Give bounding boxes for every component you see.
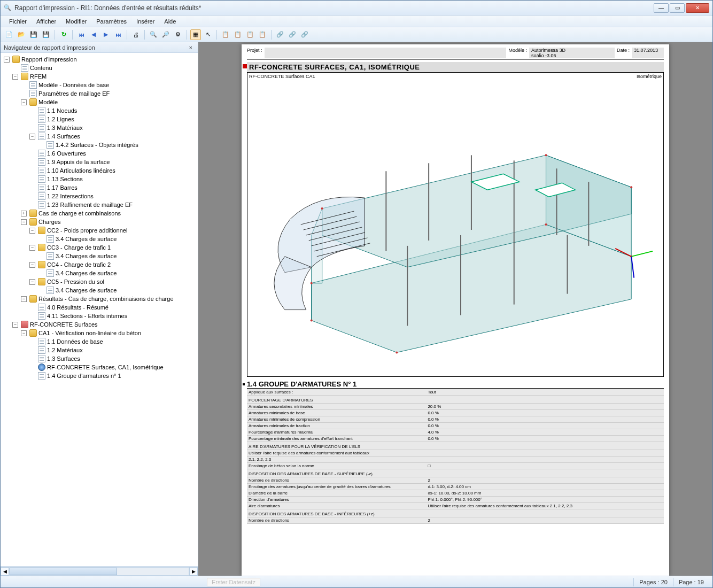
inf-heading: DISPOSITION DES ARMATURES DE BASE - INFÉ… (247, 509, 664, 517)
isometric-view: RF-CONCRETE Surfaces CA1 Isométrique (247, 72, 664, 377)
table-row: Armatures secondaires minimales20.0 % (247, 404, 664, 410)
doc3-icon[interactable]: 📋 (245, 29, 255, 40)
iso-label-right: Isométrique (637, 74, 662, 79)
table-row: Nombre de directions2 (247, 477, 664, 484)
find-icon[interactable]: 🔍 (148, 29, 159, 40)
doc4-icon[interactable]: 📋 (257, 29, 268, 40)
nav-next-icon[interactable]: ▶ (100, 29, 111, 40)
tree[interactable]: −Rapport d'impression Contenu −RFEM Modè… (1, 53, 198, 566)
table-row: Armatures minimales de base0.0 % (247, 410, 664, 416)
minimize-button[interactable]: — (654, 3, 669, 13)
tree-charges[interactable]: −Charges (20, 218, 197, 226)
tree-cc3[interactable]: −CC3 - Charge de trafic 1 (28, 243, 197, 252)
cursor-icon[interactable]: ↖ (203, 29, 213, 40)
modele-label: Modèle : (508, 48, 527, 58)
tree-appuis[interactable]: 1.9 Appuis de la surface (28, 158, 197, 166)
tree-cc2-34[interactable]: 3.4 Charges de surface (37, 235, 197, 243)
tree-modele[interactable]: −Modèle (20, 98, 197, 106)
scroll-track[interactable] (9, 567, 189, 576)
projet-value (265, 48, 507, 58)
tree-lignes[interactable]: 1.2 Lignes (28, 115, 197, 123)
tree-modele-base[interactable]: Modèle - Données de base (20, 81, 197, 89)
date-label: Date : (617, 48, 630, 58)
link2-icon[interactable]: 🔗 (287, 29, 298, 40)
tree-ouvertures[interactable]: 1.6 Ouvertures (28, 149, 197, 158)
tree-cc4[interactable]: −CC4 - Charge de trafic 2 (28, 260, 197, 269)
tree-raffinement[interactable]: 1.23 Raffinement de maillage EF (28, 200, 197, 209)
content: Navigateur de rapport d'impression × −Ra… (1, 42, 712, 576)
settings-icon[interactable]: ⚙ (173, 29, 183, 40)
tree-surfaces-obj[interactable]: 1.4.2 Surfaces - Objets intégrés (37, 141, 197, 149)
scroll-thumb[interactable] (10, 568, 117, 575)
doc2-icon[interactable]: 📋 (232, 29, 243, 40)
tree-rfem[interactable]: −RFEM (11, 72, 197, 81)
open-icon[interactable]: 📂 (16, 29, 27, 40)
preview-area[interactable]: Projet : Modèle : Autorimessa 3D soalio … (198, 42, 712, 576)
tree-cc5-34[interactable]: 3.4 Charges de surface (37, 286, 197, 295)
titlebar: 🔍 Rapport d'impression - RI1: Données d'… (1, 1, 712, 16)
projet-label: Projet : (247, 48, 262, 58)
link1-icon[interactable]: 🔗 (275, 29, 285, 40)
table-row: Utiliser l'aire requise des armatures co… (247, 450, 664, 457)
tree-cc5[interactable]: −CC5 - Pression du sol (28, 277, 197, 286)
tree-resultats[interactable]: −Résultats - Cas de charge, combinaisons… (20, 295, 197, 303)
maximize-button[interactable]: ▭ (670, 3, 685, 13)
menu-afficher[interactable]: Afficher (32, 17, 60, 26)
tree-cc4-34[interactable]: 3.4 Charges de surface (37, 269, 197, 277)
nav-first-icon[interactable]: ⏮ (76, 29, 87, 40)
tree-param-maillage[interactable]: Paramètres de maillage EF (20, 89, 197, 98)
zoom-icon[interactable]: 🔎 (160, 29, 171, 40)
tree-cc2[interactable]: −CC2 - Poids propre additionnel (28, 226, 197, 235)
nav-hscroll[interactable]: ◀ ▶ (1, 566, 198, 576)
print-icon[interactable]: 🖨 (130, 29, 141, 40)
tree-intersections[interactable]: 1.22 Intersections (28, 192, 197, 200)
tree-barres[interactable]: 1.17 Barres (28, 183, 197, 192)
tree-articulations[interactable]: 1.10 Articulations linéaires (28, 166, 197, 175)
tree-ca1-12[interactable]: 1.2 Matériaux (28, 346, 197, 354)
scroll-right-icon[interactable]: ▶ (189, 567, 198, 576)
scroll-left-icon[interactable]: ◀ (1, 567, 9, 576)
link3-icon[interactable]: 🔗 (299, 29, 310, 40)
close-button[interactable]: ✕ (686, 3, 709, 13)
menubar: Fichier Afficher Modifier Paramètres Ins… (1, 16, 712, 27)
select-mode-icon[interactable]: ▦ (190, 29, 201, 40)
menu-modifier[interactable]: Modifier (61, 17, 91, 26)
window-title: Rapport d'impression - RI1: Données d'en… (14, 4, 654, 12)
menu-aide[interactable]: Aide (160, 17, 180, 26)
svg-point-25 (630, 186, 632, 188)
nav-last-icon[interactable]: ⏭ (113, 29, 123, 40)
svg-point-24 (545, 154, 547, 156)
refresh-icon[interactable]: ↻ (58, 29, 69, 40)
tree-noeuds[interactable]: 1.1 Noeuds (28, 106, 197, 115)
tree-ca1[interactable]: −CA1 - Vérification non-linéaire du béto… (20, 329, 197, 337)
tree-ca1-iso[interactable]: RF-CONCRETE Surfaces, CA1, Isométrique (28, 363, 197, 372)
tree-contenu[interactable]: Contenu (11, 64, 197, 72)
tree-materiaux[interactable]: 1.3 Matériaux (28, 123, 197, 132)
tree-sections[interactable]: 1.13 Sections (28, 175, 197, 183)
tree-cc3-34[interactable]: 3.4 Charges de surface (37, 252, 197, 260)
tree-res40[interactable]: 4.0 Résultats - Résumé (28, 303, 197, 312)
page-header: Projet : Modèle : Autorimessa 3D soalio … (247, 48, 664, 60)
iso-label-left: RF-CONCRETE Surfaces CA1 (249, 74, 315, 79)
sup-heading: DISPOSITION DES ARMATURES DE BASE - SUPÉ… (247, 469, 664, 477)
save-icon[interactable]: 💾 (28, 29, 39, 40)
new-icon[interactable]: 📄 (4, 29, 14, 40)
menu-parametres[interactable]: Paramètres (92, 17, 131, 26)
heading-isometric: RF-CONCRETE SURFACES, CA1, ISOMÉTRIQUE (247, 62, 664, 72)
navigator-close-icon[interactable]: × (187, 44, 195, 51)
tree-ca1-11[interactable]: 1.1 Données de base (28, 337, 197, 346)
menu-fichier[interactable]: Fichier (5, 17, 31, 26)
isometric-svg (247, 73, 663, 376)
tree-rfconcrete[interactable]: −RF-CONCRETE Surfaces (11, 320, 197, 329)
tree-ca1-14[interactable]: 1.4 Groupe d'armatures n° 1 (28, 372, 197, 380)
saveall-icon[interactable]: 💾 (41, 29, 51, 40)
doc1-icon[interactable]: 📋 (220, 29, 231, 40)
tree-res411[interactable]: 4.11 Sections - Efforts internes (28, 312, 197, 320)
tree-ca1-13[interactable]: 1.3 Surfaces (28, 354, 197, 363)
nav-prev-icon[interactable]: ◀ (88, 29, 99, 40)
navigator-panel: Navigateur de rapport d'impression × −Ra… (1, 42, 198, 576)
tree-surfaces[interactable]: −1.4 Surfaces (28, 132, 197, 141)
tree-root[interactable]: −Rapport d'impression (3, 55, 197, 64)
menu-inserer[interactable]: Insérer (132, 17, 159, 26)
tree-cas-charge[interactable]: +Cas de charge et combinaisons (20, 209, 197, 218)
